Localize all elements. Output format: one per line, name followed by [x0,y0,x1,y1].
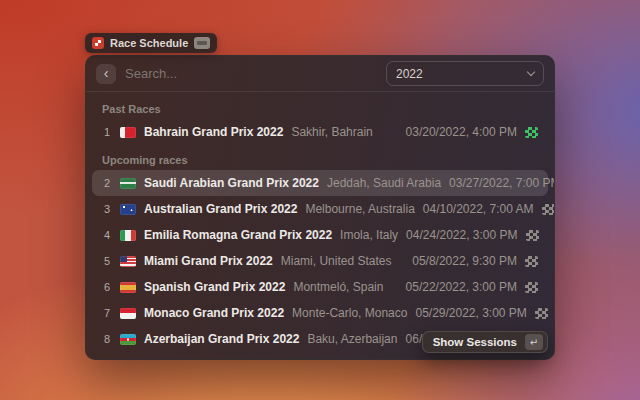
race-location: Imola, Italy [340,228,398,242]
checkered-flag-icon [542,204,555,215]
race-index: 6 [102,281,112,293]
checkered-flag-icon [526,230,539,241]
race-name: Spanish Grand Prix 2022 [144,280,285,294]
checkered-flag-icon [525,282,538,293]
country-flag-icon [120,334,136,345]
race-location: Sakhir, Bahrain [291,125,372,139]
race-row-spain[interactable]: 6 Spanish Grand Prix 2022 Montmeló, Spai… [92,274,548,300]
checkered-flag-icon [535,308,548,319]
race-name: Miami Grand Prix 2022 [144,254,273,268]
search-input[interactable] [125,66,377,81]
race-index: 1 [102,126,112,138]
show-sessions-button[interactable]: Show Sessions ↵ [422,331,548,353]
race-index: 3 [102,203,112,215]
race-location: Montmeló, Spain [293,280,383,294]
race-datetime: 05/29/2022, 3:00 PM [415,306,526,320]
race-location: Baku, Azerbaijan [307,332,397,346]
race-row-monaco[interactable]: 7 Monaco Grand Prix 2022 Monte-Carlo, Mo… [92,300,548,326]
race-row-miami[interactable]: 5 Miami Grand Prix 2022 Miami, United St… [92,248,548,274]
race-location: Jeddah, Saudi Arabia [327,176,441,190]
race-index: 7 [102,307,112,319]
search-bar: ‹ 2022 [86,56,554,92]
race-datetime: 03/20/2022, 4:00 PM [406,125,517,139]
race-index: 5 [102,255,112,267]
window-title: Race Schedule [110,37,188,49]
section-past-races: Past Races [92,94,548,119]
country-flag-icon [120,308,136,319]
race-datetime: 04/24/2022, 3:00 PM [406,228,517,242]
country-flag-icon [120,204,136,215]
country-flag-icon [120,127,136,138]
race-location: Montreal, Canada [301,358,396,360]
race-location: Monte-Carlo, Monaco [292,306,407,320]
section-upcoming-races: Upcoming races [92,145,548,170]
race-row-saudi-arabia[interactable]: 2 Saudi Arabian Grand Prix 2022 Jeddah, … [92,170,548,196]
race-name: Azerbaijan Grand Prix 2022 [144,332,299,346]
race-row-australia[interactable]: 3 Australian Grand Prix 2022 Melbourne, … [92,196,548,222]
race-schedule-window: ‹ 2022 Past Races 1 Bahrain Grand Prix 2… [85,55,555,360]
return-key-icon: ↵ [525,334,543,350]
country-flag-icon [120,256,136,267]
country-flag-icon [120,360,136,361]
hotkey-badge-icon [194,37,210,49]
country-flag-icon [120,282,136,293]
race-name: Canadian Grand Prix 2022 [144,358,293,360]
year-dropdown[interactable]: 2022 [386,61,544,86]
show-sessions-label: Show Sessions [433,336,517,348]
race-index: 2 [102,177,112,189]
race-name: Bahrain Grand Prix 2022 [144,125,283,139]
back-chevron-icon: ‹ [104,66,109,80]
back-button[interactable]: ‹ [96,64,116,84]
race-name: Saudi Arabian Grand Prix 2022 [144,176,319,190]
race-location: Miami, United States [281,254,392,268]
race-list: Past Races 1 Bahrain Grand Prix 2022 Sak… [86,92,554,360]
race-row-emilia-romagna[interactable]: 4 Emilia Romagna Grand Prix 2022 Imola, … [92,222,548,248]
race-name: Monaco Grand Prix 2022 [144,306,284,320]
race-name: Australian Grand Prix 2022 [144,202,297,216]
race-schedule-app-icon [92,37,104,49]
year-dropdown-value: 2022 [396,67,423,81]
race-index: 4 [102,229,112,241]
race-index: 9 [102,359,112,360]
race-index: 8 [102,333,112,345]
race-datetime: 05/8/2022, 9:30 PM [412,254,517,268]
race-name: Emilia Romagna Grand Prix 2022 [144,228,332,242]
chevron-down-icon [527,68,535,76]
country-flag-icon [120,178,136,189]
race-datetime: 06/19/2022, 8:00 PM [406,358,517,360]
race-datetime: 05/22/2022, 3:00 PM [406,280,517,294]
race-location: Melbourne, Australia [305,202,414,216]
race-row-bahrain[interactable]: 1 Bahrain Grand Prix 2022 Sakhir, Bahrai… [92,119,548,145]
race-row-canada[interactable]: 9 Canadian Grand Prix 2022 Montreal, Can… [92,352,548,360]
checkered-flag-icon [525,256,538,267]
country-flag-icon [120,230,136,241]
race-datetime: 04/10/2022, 7:00 AM [423,202,534,216]
race-datetime: 03/27/2022, 7:00 PM [449,176,555,190]
window-title-tab[interactable]: Race Schedule [85,33,217,53]
checkered-flag-icon [525,360,538,361]
checkered-flag-icon [525,127,538,138]
